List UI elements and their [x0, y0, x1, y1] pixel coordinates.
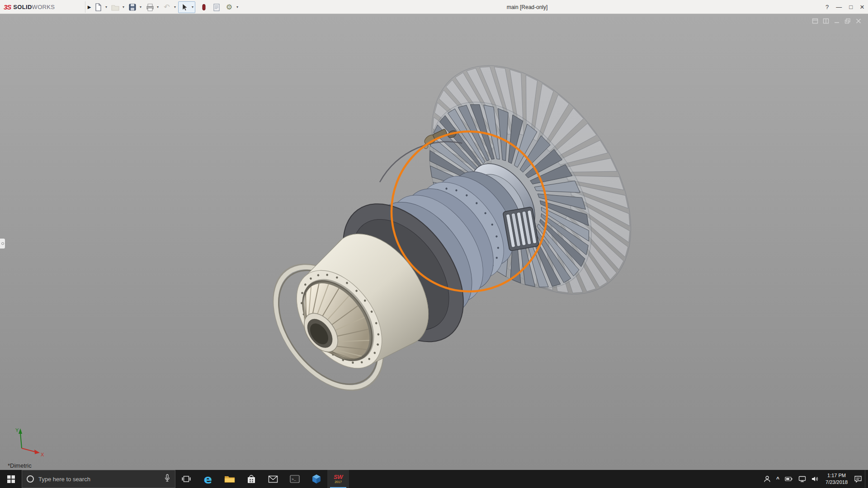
dassault-logo-icon: 3S [4, 3, 11, 11]
windows-logo-icon [7, 475, 15, 483]
taskbar-app-mail[interactable] [262, 470, 284, 488]
toolbox-icon [199, 3, 208, 12]
search-placeholder: Type here to search [38, 476, 160, 483]
mail-icon [268, 475, 278, 483]
hidden-icons-button[interactable]: ^ [774, 470, 782, 488]
help-button[interactable]: ? [826, 4, 829, 10]
task-pane-tab[interactable] [0, 238, 5, 249]
clock-time: 1:17 PM [827, 472, 846, 479]
x-axis-arrow [22, 448, 35, 452]
battery-icon [785, 476, 793, 482]
y-axis-arrow [20, 433, 22, 448]
action-center-button[interactable] [851, 470, 865, 488]
cortana-icon [27, 475, 34, 483]
new-document-button[interactable] [92, 2, 104, 13]
save-button[interactable] [127, 2, 138, 13]
show-desktop-button[interactable] [865, 470, 868, 488]
engine-gearbox-detail [503, 207, 539, 251]
brand-solid: SOLID [13, 4, 32, 10]
document-window-controls [811, 18, 862, 24]
task-view-icon [182, 475, 191, 483]
taskbar-app-edge[interactable]: e [197, 470, 219, 488]
doc-restore-icon[interactable] [844, 18, 851, 24]
minimize-button[interactable]: — [836, 4, 842, 10]
taskbar-search-input[interactable]: Type here to search [22, 470, 175, 488]
y-axis-label: Y [15, 427, 19, 433]
close-button[interactable]: × [860, 3, 864, 11]
system-tray: ^ 1:17 PM 7/23/2018 [761, 470, 868, 488]
graphics-viewport[interactable]: Y X *Dimetric [0, 14, 868, 470]
save-icon [128, 3, 137, 12]
microsoft-store-icon [246, 474, 256, 483]
windows-taskbar: Type here to search e >_ SW 20 [0, 470, 868, 488]
doc-minimize-icon[interactable] [833, 18, 840, 24]
select-cursor-icon [180, 3, 189, 12]
clock-date: 7/23/2018 [826, 479, 848, 486]
dropdown-arrow[interactable]: ▾ [104, 5, 108, 9]
open-button[interactable] [109, 2, 121, 13]
taskbar-app-solidworks[interactable]: SW 2017 [327, 470, 349, 488]
new-window-icon[interactable] [811, 18, 818, 24]
print-button[interactable] [144, 2, 156, 13]
titlebar: 3S SOLIDWORKS ▶ ▾ ▾ ▾ [0, 0, 868, 14]
solidworks-app-icon: SW [334, 474, 343, 480]
new-document-icon [94, 3, 103, 12]
taskbar-app-command-prompt[interactable]: >_ [284, 470, 306, 488]
undo-icon: ↶ [164, 3, 170, 11]
taskbar-app-edrawings[interactable] [306, 470, 327, 488]
volume-icon [811, 476, 819, 482]
quick-access-toolbar: ▾ ▾ ▾ ▾ ↶ [92, 0, 241, 14]
dropdown-arrow[interactable]: ▾ [235, 5, 240, 9]
doc-close-icon[interactable] [855, 18, 862, 24]
y-axis-arrowhead [19, 428, 22, 434]
options-button[interactable]: ⚙ [223, 2, 235, 13]
start-button[interactable] [0, 470, 22, 488]
brand-name: SOLIDWORKS [13, 4, 55, 10]
toolbox-button[interactable] [198, 2, 210, 13]
select-tool-button[interactable] [179, 2, 190, 13]
network-icon [798, 476, 806, 482]
microphone-icon[interactable] [164, 474, 170, 484]
gear-icon: ⚙ [226, 3, 232, 11]
x-axis-arrowhead [34, 450, 40, 454]
open-folder-icon [111, 3, 120, 12]
clock[interactable]: 1:17 PM 7/23/2018 [822, 470, 851, 488]
file-reference-icon [212, 3, 221, 12]
command-prompt-icon: >_ [290, 475, 300, 483]
edge-icon: e [204, 473, 212, 485]
edrawings-cube-icon [311, 474, 321, 484]
orientation-triad: Y X [6, 423, 47, 463]
solidworks-logo: 3S SOLIDWORKS [4, 0, 55, 14]
solidworks-app-year: 2017 [335, 480, 342, 484]
user-icon [764, 475, 771, 483]
maximize-button[interactable]: □ [849, 4, 853, 10]
split-window-icon[interactable] [822, 18, 829, 24]
volume-button[interactable] [809, 470, 822, 488]
engine-model-canvas[interactable] [0, 14, 868, 470]
solidworks-window: 3S SOLIDWORKS ▶ ▾ ▾ ▾ [0, 0, 868, 488]
document-title: main [Read-only] [507, 4, 548, 10]
taskbar-app-file-explorer[interactable] [219, 470, 241, 488]
task-pane-tab-icon [1, 242, 4, 245]
file-reference-button[interactable] [211, 2, 222, 13]
dropdown-arrow[interactable]: ▾ [121, 5, 126, 9]
people-button[interactable] [761, 470, 774, 488]
jet-engine-model[interactable] [217, 29, 672, 457]
action-center-icon [854, 475, 862, 483]
dropdown-arrow[interactable]: ▾ [138, 5, 143, 9]
battery-button[interactable] [782, 470, 796, 488]
dropdown-arrow[interactable]: ▾ [173, 5, 177, 9]
task-view-button[interactable] [175, 470, 197, 488]
dropdown-arrow[interactable]: ▾ [156, 5, 160, 9]
file-explorer-icon [224, 474, 235, 483]
brand-works: WORKS [32, 4, 55, 10]
dropdown-arrow[interactable]: ▾ [190, 5, 195, 9]
view-orientation-label: *Dimetric [8, 462, 32, 469]
print-icon [145, 3, 154, 12]
undo-button[interactable]: ↶ [161, 2, 173, 13]
x-axis-label: X [41, 452, 44, 457]
window-controls: ? — □ × [826, 0, 864, 14]
taskbar-app-store[interactable] [241, 470, 262, 488]
network-button[interactable] [796, 470, 809, 488]
select-tool-group: ▾ [178, 1, 195, 13]
